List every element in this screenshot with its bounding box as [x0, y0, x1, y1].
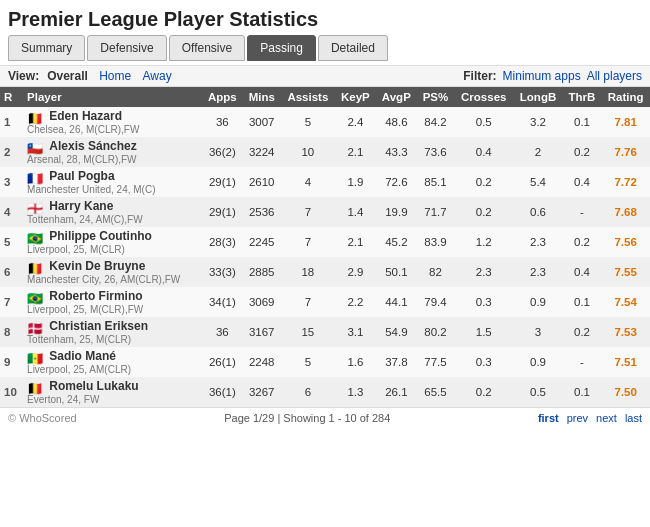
cell-psp: 73.6 — [417, 137, 454, 167]
cell-avgp: 44.1 — [376, 287, 417, 317]
cell-keyp: 1.6 — [335, 347, 376, 377]
player-info: Manchester United, 24, M(C) — [27, 184, 155, 195]
cell-player: 🇸🇳 Sadio Mané Liverpool, 25, AM(CLR) — [23, 347, 202, 377]
cell-avgp: 50.1 — [376, 257, 417, 287]
cell-mins: 3224 — [243, 137, 281, 167]
pagination-next[interactable]: next — [596, 412, 617, 424]
cell-psp: 71.7 — [417, 197, 454, 227]
table-row: 10 🇧🇪 Romelu Lukaku Everton, 24, FW 36(1… — [0, 377, 650, 407]
cell-mins: 3167 — [243, 317, 281, 347]
player-flag: 🇩🇰 — [27, 321, 43, 332]
cell-assists: 4 — [281, 167, 335, 197]
cell-longb: 0.6 — [513, 197, 562, 227]
player-name[interactable]: Kevin De Bruyne — [49, 259, 145, 273]
cell-thrb: 0.2 — [563, 317, 602, 347]
cell-thrb: - — [563, 347, 602, 377]
cell-keyp: 1.3 — [335, 377, 376, 407]
player-name[interactable]: Romelu Lukaku — [49, 379, 138, 393]
player-name[interactable]: Harry Kane — [49, 199, 113, 213]
player-flag: 🇧🇷 — [27, 231, 43, 242]
cell-rank: 2 — [0, 137, 23, 167]
cell-crosses: 0.2 — [454, 167, 513, 197]
cell-apps: 36(2) — [202, 137, 243, 167]
col-thrb: ThrB — [563, 87, 602, 107]
pagination-last[interactable]: last — [625, 412, 642, 424]
table-header-row: R Player Apps Mins Assists KeyP AvgP PS%… — [0, 87, 650, 107]
tab-detailed[interactable]: Detailed — [318, 35, 388, 61]
player-name[interactable]: Paul Pogba — [49, 169, 114, 183]
cell-apps: 33(3) — [202, 257, 243, 287]
cell-assists: 6 — [281, 377, 335, 407]
cell-psp: 82 — [417, 257, 454, 287]
cell-psp: 77.5 — [417, 347, 454, 377]
tab-offensive[interactable]: Offensive — [169, 35, 245, 61]
cell-psp: 65.5 — [417, 377, 454, 407]
filter-all-players[interactable]: All players — [587, 69, 642, 83]
cell-longb: 0.9 — [513, 287, 562, 317]
cell-rating: 7.53 — [601, 317, 650, 347]
cell-assists: 7 — [281, 197, 335, 227]
tab-summary[interactable]: Summary — [8, 35, 85, 61]
cell-mins: 3007 — [243, 107, 281, 137]
view-away[interactable]: Away — [143, 69, 172, 83]
cell-avgp: 43.3 — [376, 137, 417, 167]
cell-crosses: 1.2 — [454, 227, 513, 257]
player-flag: 🇫🇷 — [27, 171, 43, 182]
cell-rank: 10 — [0, 377, 23, 407]
cell-rating: 7.81 — [601, 107, 650, 137]
col-avgp: AvgP — [376, 87, 417, 107]
col-player: Player — [23, 87, 202, 107]
cell-apps: 29(1) — [202, 197, 243, 227]
cell-thrb: 0.4 — [563, 167, 602, 197]
cell-rank: 9 — [0, 347, 23, 377]
table-row: 9 🇸🇳 Sadio Mané Liverpool, 25, AM(CLR) 2… — [0, 347, 650, 377]
tab-passing[interactable]: Passing — [247, 35, 316, 61]
player-name[interactable]: Christian Eriksen — [49, 319, 148, 333]
col-psp: PS% — [417, 87, 454, 107]
player-info: Chelsea, 26, M(CLR),FW — [27, 124, 139, 135]
cell-rank: 5 — [0, 227, 23, 257]
cell-player: 🇧🇷 Roberto Firmino Liverpool, 25, M(CLR)… — [23, 287, 202, 317]
cell-longb: 2 — [513, 137, 562, 167]
cell-psp: 80.2 — [417, 317, 454, 347]
cell-rating: 7.55 — [601, 257, 650, 287]
cell-crosses: 0.3 — [454, 287, 513, 317]
cell-mins: 2610 — [243, 167, 281, 197]
cell-mins: 3267 — [243, 377, 281, 407]
cell-longb: 3 — [513, 317, 562, 347]
cell-thrb: 0.4 — [563, 257, 602, 287]
filter-minimum-apps[interactable]: Minimum apps — [503, 69, 581, 83]
tab-defensive[interactable]: Defensive — [87, 35, 166, 61]
player-name[interactable]: Philippe Coutinho — [49, 229, 152, 243]
player-name[interactable]: Roberto Firmino — [49, 289, 142, 303]
footer-bar: © WhoScored Page 1/29 | Showing 1 - 10 o… — [0, 407, 650, 428]
col-longb: LongB — [513, 87, 562, 107]
cell-player: 🇫🇷 Paul Pogba Manchester United, 24, M(C… — [23, 167, 202, 197]
player-info: Liverpool, 25, M(CLR) — [27, 244, 125, 255]
table-row: 1 🇧🇪 Eden Hazard Chelsea, 26, M(CLR),FW … — [0, 107, 650, 137]
view-home[interactable]: Home — [99, 69, 131, 83]
pagination-first[interactable]: first — [538, 412, 559, 424]
player-name[interactable]: Eden Hazard — [49, 109, 122, 123]
player-info: Manchester City, 26, AM(CLR),FW — [27, 274, 180, 285]
col-crosses: Crosses — [454, 87, 513, 107]
cell-assists: 5 — [281, 107, 335, 137]
view-overall[interactable]: Overall — [47, 69, 88, 83]
player-name[interactable]: Alexis Sánchez — [49, 139, 136, 153]
pagination-prev[interactable]: prev — [567, 412, 588, 424]
cell-keyp: 1.9 — [335, 167, 376, 197]
cell-assists: 7 — [281, 287, 335, 317]
cell-avgp: 45.2 — [376, 227, 417, 257]
col-assists: Assists — [281, 87, 335, 107]
cell-assists: 7 — [281, 227, 335, 257]
cell-psp: 85.1 — [417, 167, 454, 197]
player-name[interactable]: Sadio Mané — [49, 349, 116, 363]
table-row: 4 🏴󠁧󠁢󠁥󠁮󠁧󠁿 Harry Kane Tottenham, 24, AM(C… — [0, 197, 650, 227]
table-row: 6 🇧🇪 Kevin De Bruyne Manchester City, 26… — [0, 257, 650, 287]
table-row: 2 🇨🇱 Alexis Sánchez Arsenal, 28, M(CLR),… — [0, 137, 650, 167]
cell-thrb: - — [563, 197, 602, 227]
cell-crosses: 0.3 — [454, 347, 513, 377]
cell-rank: 7 — [0, 287, 23, 317]
page-title: Premier League Player Statistics — [0, 0, 650, 35]
cell-apps: 34(1) — [202, 287, 243, 317]
